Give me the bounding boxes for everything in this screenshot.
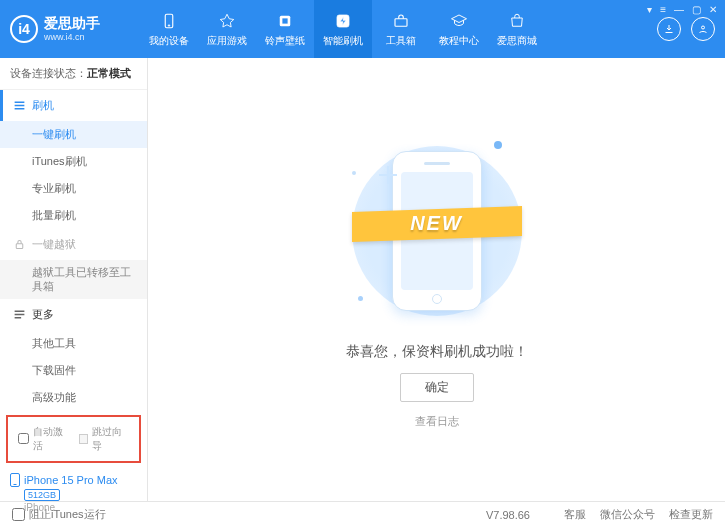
checkbox-block-itunes[interactable]: 阻止iTunes运行 (12, 507, 106, 522)
nav-apps-games[interactable]: 应用游戏 (198, 0, 256, 58)
footer-link-wechat[interactable]: 微信公众号 (600, 507, 655, 522)
nav-toolbox[interactable]: 工具箱 (372, 0, 430, 58)
shop-icon (507, 11, 527, 31)
svg-point-1 (168, 24, 170, 26)
svg-rect-3 (282, 18, 288, 24)
connection-status: 设备连接状态：正常模式 (0, 58, 147, 90)
sidebar: 设备连接状态：正常模式 刷机 一键刷机 iTunes刷机 专业刷机 批量刷机 一… (0, 58, 148, 501)
logo-title: 爱思助手 (44, 16, 100, 31)
nav-my-device[interactable]: 我的设备 (140, 0, 198, 58)
main-nav: 我的设备 应用游戏 铃声壁纸 智能刷机 工具箱 教程中心 爱思商城 (140, 0, 657, 58)
window-controls: ▾ ≡ — ▢ ✕ (647, 4, 717, 15)
logo-icon: i4 (10, 15, 38, 43)
group-label: 更多 (32, 307, 54, 322)
download-button[interactable] (657, 17, 681, 41)
toolbox-icon (391, 11, 411, 31)
svg-point-6 (702, 26, 705, 29)
nav-label: 应用游戏 (207, 34, 247, 48)
close-icon[interactable]: ✕ (709, 4, 717, 15)
new-ribbon: NEW (347, 203, 527, 245)
view-log-link[interactable]: 查看日志 (415, 414, 459, 429)
group-label: 一键越狱 (32, 237, 76, 252)
sidebar-group-flash[interactable]: 刷机 (0, 90, 147, 121)
sidebar-item-itunes-flash[interactable]: iTunes刷机 (0, 148, 147, 175)
jailbreak-note: 越狱工具已转移至工具箱 (0, 260, 147, 299)
footer-link-support[interactable]: 客服 (564, 507, 586, 522)
sidebar-item-batch-flash[interactable]: 批量刷机 (0, 202, 147, 229)
logo: i4 爱思助手 www.i4.cn (10, 15, 140, 43)
sidebar-item-oneclick-flash[interactable]: 一键刷机 (0, 121, 147, 148)
nav-ringtones[interactable]: 铃声壁纸 (256, 0, 314, 58)
svg-rect-5 (395, 18, 407, 26)
checkbox-skip-guide: 跳过向导 (79, 425, 129, 453)
nav-label: 我的设备 (149, 34, 189, 48)
chk-label: 自动激活 (33, 425, 69, 453)
flash-icon (333, 11, 353, 31)
nav-label: 爱思商城 (497, 34, 537, 48)
nav-shop[interactable]: 爱思商城 (488, 0, 546, 58)
svg-rect-7 (16, 244, 23, 249)
nav-smart-flash[interactable]: 智能刷机 (314, 0, 372, 58)
sidebar-item-pro-flash[interactable]: 专业刷机 (0, 175, 147, 202)
more-icon (12, 307, 26, 321)
ok-button[interactable]: 确定 (400, 373, 474, 402)
sidebar-item-advanced[interactable]: 高级功能 (0, 384, 147, 411)
success-illustration: NEW (352, 131, 522, 331)
version-label: V7.98.66 (486, 509, 530, 521)
sidebar-group-more[interactable]: 更多 (0, 299, 147, 330)
gift-icon[interactable]: ▾ (647, 4, 652, 15)
header-right (657, 17, 715, 41)
minimize-icon[interactable]: — (674, 4, 684, 15)
nav-label: 铃声壁纸 (265, 34, 305, 48)
footer-link-update[interactable]: 检查更新 (669, 507, 713, 522)
app-header: ▾ ≡ — ▢ ✕ i4 爱思助手 www.i4.cn 我的设备 应用游戏 铃声… (0, 0, 725, 58)
nav-label: 智能刷机 (323, 34, 363, 48)
nav-label: 工具箱 (386, 34, 416, 48)
bars-icon (12, 99, 26, 113)
menu-icon[interactable]: ≡ (660, 4, 666, 15)
tutorial-icon (449, 11, 469, 31)
success-message: 恭喜您，保资料刷机成功啦！ (346, 343, 528, 361)
sidebar-group-jailbreak[interactable]: 一键越狱 (0, 229, 147, 260)
nav-tutorials[interactable]: 教程中心 (430, 0, 488, 58)
chk-label: 阻止iTunes运行 (29, 507, 106, 522)
group-label: 刷机 (32, 98, 54, 113)
checkbox-auto-activate[interactable]: 自动激活 (18, 425, 69, 453)
main-content: NEW 恭喜您，保资料刷机成功啦！ 确定 查看日志 (148, 58, 725, 501)
lock-icon (12, 238, 26, 252)
nav-label: 教程中心 (439, 34, 479, 48)
device-storage: 512GB (24, 489, 60, 501)
ribbon-text: NEW (410, 212, 463, 235)
chk-label: 跳过向导 (92, 425, 129, 453)
app-icon (217, 11, 237, 31)
sidebar-item-other-tools[interactable]: 其他工具 (0, 330, 147, 357)
maximize-icon[interactable]: ▢ (692, 4, 701, 15)
device-name: iPhone 15 Pro Max (24, 474, 118, 486)
user-button[interactable] (691, 17, 715, 41)
conn-value: 正常模式 (87, 67, 131, 79)
sidebar-item-download-firmware[interactable]: 下载固件 (0, 357, 147, 384)
device-phone-icon (10, 473, 20, 487)
highlight-box: 自动激活 跳过向导 (6, 415, 141, 463)
ringtone-icon (275, 11, 295, 31)
conn-label: 设备连接状态： (10, 67, 87, 79)
phone-icon (159, 11, 179, 31)
logo-subtitle: www.i4.cn (44, 32, 100, 42)
